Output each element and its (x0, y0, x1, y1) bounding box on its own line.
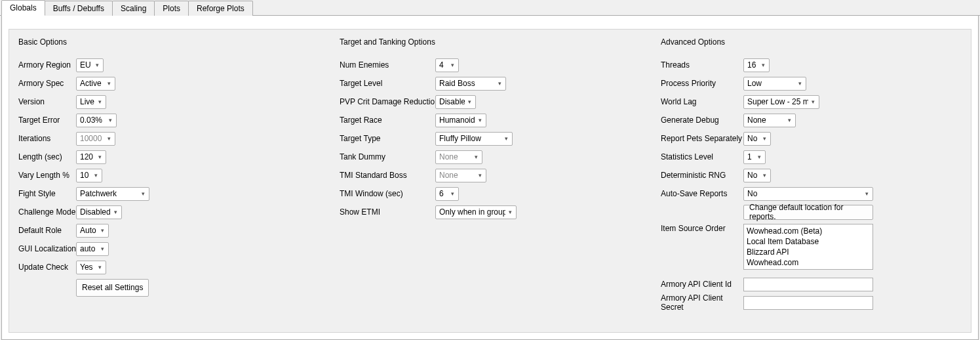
combo-process-priority[interactable]: Low (743, 77, 806, 91)
combo-armory-region[interactable]: EU (76, 58, 104, 72)
label-target-type: Target Type (340, 134, 435, 143)
tab-plots[interactable]: Plots (154, 1, 189, 16)
combo-deterministic-rng[interactable]: No (743, 169, 771, 182)
combo-default-role[interactable]: Auto (76, 224, 109, 238)
value-tank-dummy: None (439, 152, 471, 161)
combo-statistics-level[interactable]: 1 (743, 150, 766, 164)
value-deterministic-rng: No (747, 171, 760, 180)
combo-version[interactable]: Live (76, 95, 106, 109)
combo-vary-length[interactable]: 10 (76, 169, 102, 182)
chevron-down-icon (471, 154, 482, 160)
value-vary-length: 10 (80, 171, 91, 180)
label-version: Version (18, 97, 76, 106)
value-target-type: Fluffy Pillow (439, 134, 501, 143)
chevron-down-icon (760, 135, 770, 142)
chevron-down-icon (104, 80, 115, 87)
value-gui-localization: auto (80, 244, 98, 253)
label-api-client-id: Armory API Client Id (661, 280, 743, 289)
combo-gui-localization[interactable]: auto (76, 242, 109, 256)
list-item[interactable]: Wowhead.com (Beta) (747, 226, 870, 236)
listbox-item-source-order[interactable]: Wowhead.com (Beta) Local Item Database B… (743, 224, 873, 270)
label-vary-length: Vary Length % (18, 171, 76, 180)
chevron-down-icon (465, 98, 475, 105)
options-panel: Basic Options Armory Region EU Armory Sp… (9, 29, 971, 333)
value-update-check: Yes (80, 263, 95, 272)
chevron-down-icon (808, 98, 819, 105)
combo-pvp-crit[interactable]: Disable (435, 95, 476, 109)
advanced-options-group: Advanced Options Threads 16 Process Prio… (652, 30, 971, 332)
group-title-target: Target and Tanking Options (340, 37, 642, 47)
target-tanking-group: Target and Tanking Options Num Enemies 4… (330, 30, 652, 332)
combo-world-lag[interactable]: Super Low - 25 ms (743, 95, 819, 109)
value-threads: 16 (747, 60, 758, 70)
tab-scaling[interactable]: Scaling (112, 1, 155, 16)
label-target-race: Target Race (340, 116, 435, 125)
tab-reforge-plots[interactable]: Reforge Plots (188, 1, 253, 16)
tab-bar: Globals Buffs / Debuffs Scaling Plots Re… (0, 0, 980, 16)
label-pvp-crit: PVP Crit Damage Reduction (340, 97, 435, 106)
label-tmi-standard: TMI Standard Boss (340, 171, 435, 180)
combo-threads[interactable]: 16 (743, 58, 770, 72)
combo-report-pets[interactable]: No (743, 132, 771, 146)
tab-globals[interactable]: Globals (1, 0, 45, 16)
list-item[interactable]: Local Item Database (747, 236, 870, 247)
value-tmi-standard: None (439, 171, 475, 180)
label-update-check: Update Check (18, 263, 76, 272)
label-statistics-level: Statistics Level (661, 152, 743, 161)
label-gui-localization: GUI Localization (18, 244, 76, 253)
combo-armory-spec[interactable]: Active (76, 77, 115, 91)
combo-target-race[interactable]: Humanoid (435, 114, 486, 127)
change-default-location-button[interactable]: Change default location for reports. (743, 205, 873, 220)
combo-challenge-mode[interactable]: Disabled (76, 205, 122, 219)
label-challenge-mode: Challenge Mode (18, 207, 76, 217)
combo-auto-save[interactable]: No (743, 187, 873, 201)
value-challenge-mode: Disabled (80, 207, 111, 217)
label-tank-dummy: Tank Dummy (340, 152, 435, 161)
combo-update-check[interactable]: Yes (76, 261, 106, 274)
chevron-down-icon (448, 62, 458, 68)
combo-length[interactable]: 120 (76, 150, 106, 164)
label-deterministic-rng: Deterministic RNG (661, 171, 743, 180)
value-target-level: Raid Boss (439, 79, 495, 88)
combo-target-error[interactable]: 0.03% (76, 114, 117, 127)
group-title-advanced: Advanced Options (661, 37, 962, 47)
value-num-enemies: 4 (439, 60, 448, 70)
list-item[interactable]: Wowhead.com (747, 257, 870, 268)
label-fight-style: Fight Style (18, 189, 76, 198)
value-world-lag: Super Low - 25 ms (747, 97, 808, 106)
tab-buffs-debuffs[interactable]: Buffs / Debuffs (45, 1, 113, 16)
input-api-client-secret[interactable] (743, 296, 873, 310)
chevron-down-icon (98, 245, 108, 252)
combo-target-level[interactable]: Raid Boss (435, 77, 506, 91)
chevron-down-icon (448, 190, 458, 197)
chevron-down-icon (795, 80, 806, 87)
chevron-down-icon (862, 190, 872, 197)
list-item[interactable]: Blizzard API (747, 247, 870, 257)
value-statistics-level: 1 (747, 152, 755, 161)
label-tmi-window: TMI Window (sec) (340, 189, 435, 198)
chevron-down-icon (758, 62, 769, 68)
reset-all-settings-button[interactable]: Reset all Settings (76, 279, 149, 297)
chevron-down-icon (495, 80, 505, 87)
label-api-client-secret: Armory API Client Secret (661, 293, 743, 312)
label-armory-spec: Armory Spec (18, 79, 76, 88)
combo-target-type[interactable]: Fluffy Pillow (435, 132, 513, 146)
value-length: 120 (80, 152, 95, 161)
value-process-priority: Low (747, 79, 795, 88)
value-version: Live (80, 97, 95, 106)
combo-tmi-window[interactable]: 6 (435, 187, 459, 201)
value-target-race: Humanoid (439, 116, 475, 125)
combo-generate-debug[interactable]: None (743, 114, 796, 127)
label-auto-save: Auto-Save Reports (661, 189, 743, 198)
value-iterations: 10000 (80, 134, 104, 143)
input-api-client-id[interactable] (743, 278, 873, 291)
combo-show-etmi[interactable]: Only when in group (435, 205, 517, 219)
chevron-down-icon (95, 264, 106, 270)
value-target-error: 0.03% (80, 116, 106, 125)
chevron-down-icon (760, 172, 770, 179)
value-show-etmi: Only when in group (439, 207, 505, 217)
combo-num-enemies[interactable]: 4 (435, 58, 459, 72)
label-armory-region: Armory Region (18, 60, 76, 70)
combo-fight-style[interactable]: Patchwerk (76, 187, 149, 201)
group-title-basic: Basic Options (18, 37, 321, 47)
